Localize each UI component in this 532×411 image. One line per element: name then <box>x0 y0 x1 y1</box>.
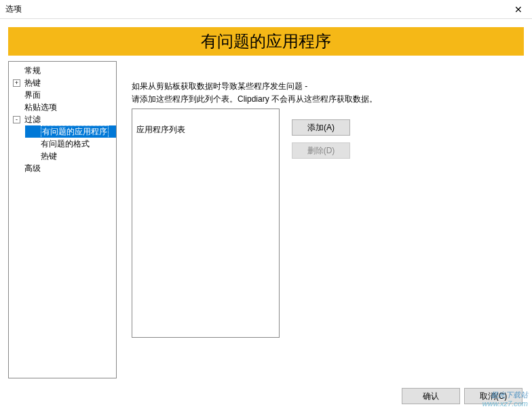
add-button[interactable]: 添加(A) <box>292 119 350 136</box>
tree-item-problem-apps[interactable]: 有问题的应用程序 <box>25 125 117 138</box>
expand-icon[interactable]: + <box>13 79 20 87</box>
tree-item-general[interactable]: 常规 <box>9 64 117 77</box>
delete-button: 删除(D) <box>292 142 350 159</box>
window-title: 选项 <box>5 3 22 15</box>
tree-label: 界面 <box>24 90 41 101</box>
tree-label: 常规 <box>24 65 41 77</box>
listbox-label: 应用程序列表 <box>132 123 279 137</box>
close-icon: ✕ <box>514 4 522 15</box>
tree-item-filter-hotkeys[interactable]: 热键 <box>25 150 117 162</box>
delete-button-label: 删除(D) <box>307 145 335 157</box>
close-button[interactable]: ✕ <box>505 0 532 19</box>
tree-item-paste-options[interactable]: 粘贴选项 <box>9 101 117 113</box>
ok-button[interactable]: 确认 <box>402 388 460 404</box>
tree-item-interface[interactable]: 界面 <box>9 89 117 101</box>
desc-line-2: 请添加这些程序到此列个表。Clipdiary 不会再从这些程序获取数据。 <box>132 93 517 106</box>
tree-children-filter: 有问题的应用程序 有问题的格式 热键 <box>9 125 117 162</box>
dialog-footer: 确认 取消(C) <box>402 388 522 404</box>
tree-item-advanced[interactable]: 高级 <box>9 162 117 174</box>
cancel-button[interactable]: 取消(C) <box>464 388 522 404</box>
side-buttons: 添加(A) 删除(D) <box>292 119 350 159</box>
tree-label: 热键 <box>41 151 57 162</box>
tree-item-hotkeys[interactable]: + 热键 <box>9 77 117 89</box>
description-text: 如果从剪贴板获取数据时导致某些程序发生问题 - 请添加这些程序到此列个表。Cli… <box>132 80 517 106</box>
tree-item-problem-formats[interactable]: 有问题的格式 <box>25 138 117 150</box>
page-banner: 有问题的应用程序 <box>8 27 524 56</box>
tree-label: 热键 <box>24 77 41 89</box>
add-button-label: 添加(A) <box>307 122 335 134</box>
app-listbox[interactable]: 应用程序列表 <box>132 109 280 338</box>
tree-label: 有问题的格式 <box>41 138 90 150</box>
tree-label: 过滤 <box>24 114 41 125</box>
tree-root: 常规 + 热键 界面 粘贴选项 - 过滤 有问题的应用程序 <box>9 62 117 177</box>
content-area: 常规 + 热键 界面 粘贴选项 - 过滤 有问题的应用程序 <box>0 61 532 378</box>
settings-tree[interactable]: 常规 + 热键 界面 粘贴选项 - 过滤 有问题的应用程序 <box>8 61 117 378</box>
listbox-wrapper: 应用程序列表 <box>132 121 280 338</box>
ok-button-label: 确认 <box>423 391 439 402</box>
form-row: 应用程序列表 添加(A) 删除(D) <box>132 121 517 338</box>
tree-item-filter[interactable]: - 过滤 <box>9 113 117 125</box>
tree-label: 高级 <box>24 163 41 174</box>
tree-label: 有问题的应用程序 <box>41 125 109 138</box>
tree-label: 粘贴选项 <box>24 102 57 113</box>
main-panel: 如果从剪贴板获取数据时导致某些程序发生问题 - 请添加这些程序到此列个表。Cli… <box>125 61 524 378</box>
banner-title: 有问题的应用程序 <box>201 31 331 52</box>
collapse-icon[interactable]: - <box>13 116 20 123</box>
cancel-button-label: 取消(C) <box>480 391 508 402</box>
titlebar: 选项 ✕ <box>0 0 532 19</box>
desc-line-1: 如果从剪贴板获取数据时导致某些程序发生问题 - <box>132 80 517 93</box>
